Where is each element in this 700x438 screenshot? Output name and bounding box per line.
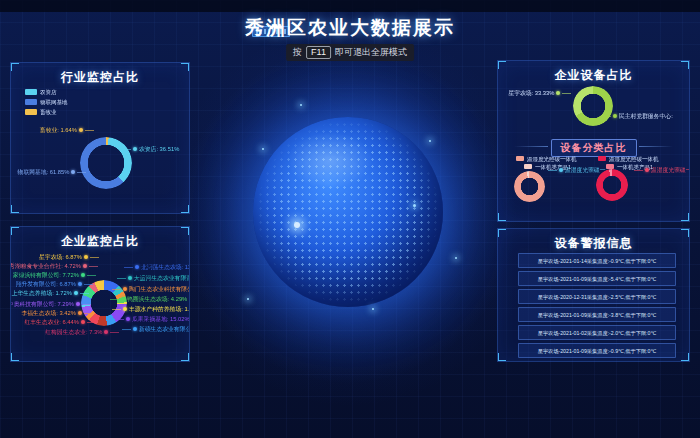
particle <box>294 222 300 228</box>
particle <box>247 298 249 300</box>
legend-label: 物联网基地 <box>40 98 68 106</box>
pie-label: 新硕生态农业有限公司: 6.87% <box>122 324 190 334</box>
legend-swatch <box>25 89 37 95</box>
pie-label: 鸭圈浜生态农场: 4.29% <box>110 294 190 304</box>
pie-label: 上华生态养殖场: 1.72% <box>10 288 89 298</box>
panel-enterprise-title: 企业监控占比 <box>11 227 189 250</box>
panel-device-ratio: 企业设备占比 星宇农场: 33.33% 民主村党群服务中心: 设备分类占比 温湿… <box>497 60 690 222</box>
tip-suffix: 即可退出全屏模式 <box>335 46 407 59</box>
tip-prefix: 按 <box>293 46 302 59</box>
alarm-row: 星宇农场-2021-01-09采集温度:-0.9℃,低于下限:0℃ <box>518 343 676 358</box>
alarm-row: 星宇农场-2021-01-14采集温度:-0.9℃,低于下限:0℃ <box>518 253 676 268</box>
panel-device-title: 企业设备占比 <box>498 61 689 84</box>
pie-label: 温湿度光照碳一 <box>548 165 635 175</box>
particle <box>300 104 302 106</box>
page-title: 秀洲区农业大数据展示 <box>0 15 700 41</box>
category-left-donut-chart[interactable] <box>514 171 545 202</box>
legend-item-xumuye[interactable]: 畜牧业 <box>25 107 70 116</box>
alarm-row: 星宇农场-2021-01-09采集温度:-5.4℃,低于下限:0℃ <box>518 271 676 286</box>
pie-label: 北汈荡生态农场: 11.16% <box>124 262 190 272</box>
panel-industry-monitor: 行业监控占比 农资店 物联网基地 畜牧业 畜牧业: 1.64% 农资店: 36.… <box>10 62 190 214</box>
particle <box>372 308 374 310</box>
panel-enterprise-monitor: 企业监控占比 星宇农场: 6.87% 秀湖粮食专业合作社: 4.72% 家绿浜特… <box>10 226 190 362</box>
pie-label: 星宇农场: 33.33% <box>497 88 571 98</box>
particle <box>429 140 431 142</box>
fullscreen-tooltip: 按 F11 即可退出全屏模式 <box>286 44 414 61</box>
alarm-row: 星宇农场-2021-01-09采集温度:-3.8℃,低于下限:0℃ <box>518 307 676 322</box>
panel-industry-title: 行业监控占比 <box>11 63 189 86</box>
particle <box>455 257 457 259</box>
legend-swatch <box>516 156 524 161</box>
legend-item-wulianwang[interactable]: 物联网基地 <box>25 97 90 106</box>
particle <box>262 148 264 150</box>
f11-key-badge: F11 <box>306 46 331 59</box>
pie-label: 大运河生态农业有限责任公 <box>117 273 190 283</box>
globe-highlight <box>287 132 373 189</box>
globe <box>253 117 443 307</box>
legend-label: 农资店 <box>40 88 57 96</box>
pie-label: 物联网基地: 61.85% <box>10 167 86 177</box>
pie-label: 民主村党群服务中心: <box>602 111 690 121</box>
top-strip <box>0 0 700 12</box>
pie-label: 畜牧业: 1.64% <box>13 125 94 135</box>
legend-swatch <box>25 109 37 115</box>
alarm-row: 星宇农场-2020-12-31采集温度:-2.5℃,低于下限:0℃ <box>518 289 676 304</box>
pie-label: 温湿度光照碳一 <box>634 165 690 175</box>
legend-swatch <box>524 164 532 169</box>
panel-device-alarms: 设备警报信息 星宇农场-2021-01-14采集温度:-0.9℃,低于下限:0℃… <box>497 228 690 362</box>
pie-label: 陶门生态农业科技有限公 <box>112 284 190 294</box>
panel-alarms-title: 设备警报信息 <box>498 229 689 252</box>
pie-label: 农资店: 36.51% <box>122 144 190 154</box>
legend-item-nongzidian[interactable]: 农资店 <box>25 87 70 96</box>
alarm-row: 星宇农场-2021-01-02采集温度:-2.0℃,低于下限:0℃ <box>518 325 676 340</box>
pie-label: 红梅园生态农业: 7.3% <box>10 327 119 337</box>
legend-label: 畜牧业 <box>40 108 57 116</box>
pie-label: 红丰生态农业: 6.44% <box>10 317 96 327</box>
particle <box>413 204 416 207</box>
legend-swatch <box>598 156 606 161</box>
dashboard-root: 秀洲区农业大数据展示 按 F11 即可退出全屏模式 行业监控占比 农资店 物联网… <box>0 0 700 438</box>
pie-label: 丰源水产种苗养殖场: 1. <box>112 304 190 314</box>
legend-swatch <box>25 99 37 105</box>
pie-label: 瓜果采摘基地: 15.02% <box>115 314 190 324</box>
